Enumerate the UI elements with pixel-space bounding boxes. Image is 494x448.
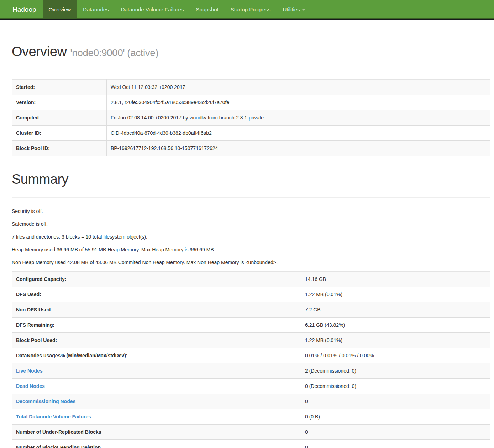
- table-row: Block Pool ID: BP-1692617712-192.168.56.…: [12, 141, 490, 156]
- info-label-compiled: Compiled:: [12, 110, 107, 126]
- summary-header: Summary: [12, 172, 490, 198]
- page-header: Overview 'node0:9000' (active): [12, 44, 490, 73]
- table-row: Non DFS Used: 7.2 GB: [12, 302, 490, 318]
- filesystem-objects-text: 7 files and directories, 3 blocks = 10 t…: [12, 233, 490, 240]
- table-row: Configured Capacity: 14.16 GB: [12, 272, 490, 287]
- info-value-cluster-id: CID-4dbcd40a-870d-4d30-b382-db0aff4f6ab2: [107, 126, 490, 141]
- nav-tab-utilities-label: Utilities: [283, 6, 300, 12]
- label-datanodes-usages: DataNodes usages% (Min/Median/Max/stdDev…: [12, 348, 301, 363]
- page-subtitle: 'node0:9000' (active): [70, 47, 158, 58]
- value-blocks-pending-deletion: 0: [301, 440, 490, 448]
- dead-nodes-link[interactable]: Dead Nodes: [16, 383, 45, 389]
- navbar-bottom-divider: [0, 19, 494, 20]
- hadoop-namenode-overview-page: Hadoop Overview Datanodes Datanode Volum…: [0, 0, 494, 448]
- value-block-pool-used: 1.22 MB (0.01%): [301, 333, 490, 348]
- table-row: Decommissioning Nodes 0: [12, 394, 490, 409]
- info-value-block-pool-id: BP-1692617712-192.168.56.10-150771617262…: [107, 141, 490, 156]
- nav-tab-utilities[interactable]: Utilities: [277, 0, 311, 18]
- nav-tab-startup-progress[interactable]: Startup Progress: [225, 0, 277, 18]
- summary-paragraphs: Security is off. Safemode is off. 7 file…: [12, 208, 490, 266]
- info-value-compiled: Fri Jun 02 08:14:00 +0200 2017 by vinodk…: [107, 110, 490, 126]
- top-navbar: Hadoop Overview Datanodes Datanode Volum…: [0, 0, 494, 19]
- nav-tab-datanode-volume-failures[interactable]: Datanode Volume Failures: [115, 0, 190, 18]
- value-configured-capacity: 14.16 GB: [301, 272, 490, 287]
- value-under-replicated-blocks: 0: [301, 425, 490, 440]
- label-dfs-remaining: DFS Remaining:: [12, 318, 301, 333]
- label-blocks-pending-deletion: Number of Blocks Pending Deletion: [12, 440, 301, 448]
- table-row: Block Pool Used: 1.22 MB (0.01%): [12, 333, 490, 348]
- label-under-replicated-blocks: Number of Under-Replicated Blocks: [12, 425, 301, 440]
- security-status-text: Security is off.: [12, 208, 490, 215]
- info-label-version: Version:: [12, 95, 107, 110]
- value-live-nodes: 2 (Decommissioned: 0): [301, 363, 490, 379]
- cluster-info-table: Started: Wed Oct 11 12:03:32 +0200 2017 …: [12, 79, 490, 156]
- navbar-items: Overview Datanodes Datanode Volume Failu…: [43, 0, 311, 18]
- table-row: Cluster ID: CID-4dbcd40a-870d-4d30-b382-…: [12, 126, 490, 141]
- nav-tab-snapshot[interactable]: Snapshot: [190, 0, 224, 18]
- table-row: Version: 2.8.1, r20fe5304904fc2f5a18053c…: [12, 95, 490, 110]
- table-row: Compiled: Fri Jun 02 08:14:00 +0200 2017…: [12, 110, 490, 126]
- value-non-dfs-used: 7.2 GB: [301, 302, 490, 318]
- non-heap-memory-text: Non Heap Memory used 42.08 MB of 43.06 M…: [12, 259, 490, 266]
- label-dfs-used: DFS Used:: [12, 287, 301, 302]
- label-block-pool-used: Block Pool Used:: [12, 333, 301, 348]
- heap-memory-text: Heap Memory used 36.96 MB of 55.91 MB He…: [12, 246, 490, 253]
- info-label-started: Started:: [12, 80, 107, 95]
- summary-title: Summary: [12, 172, 490, 187]
- table-row: DFS Remaining: 6.21 GB (43.82%): [12, 318, 490, 333]
- value-decommissioning-nodes: 0: [301, 394, 490, 409]
- info-value-started: Wed Oct 11 12:03:32 +0200 2017: [107, 80, 490, 95]
- value-datanodes-usages: 0.01% / 0.01% / 0.01% / 0.00%: [301, 348, 490, 363]
- table-row: Live Nodes 2 (Decommissioned: 0): [12, 363, 490, 379]
- value-volume-failures: 0 (0 B): [301, 409, 490, 425]
- table-row: Number of Under-Replicated Blocks 0: [12, 425, 490, 440]
- safemode-status-text: Safemode is off.: [12, 220, 490, 228]
- value-dfs-remaining: 6.21 GB (43.82%): [301, 318, 490, 333]
- brand-hadoop[interactable]: Hadoop: [0, 0, 43, 18]
- summary-table: Configured Capacity: 14.16 GB DFS Used: …: [12, 271, 490, 448]
- value-dfs-used: 1.22 MB (0.01%): [301, 287, 490, 302]
- table-row: Total Datanode Volume Failures 0 (0 B): [12, 409, 490, 425]
- nav-tab-datanodes[interactable]: Datanodes: [77, 0, 115, 18]
- info-label-block-pool-id: Block Pool ID:: [12, 141, 107, 156]
- nav-tab-overview[interactable]: Overview: [43, 0, 77, 18]
- decommissioning-nodes-link[interactable]: Decommissioning Nodes: [16, 399, 75, 404]
- table-row: Started: Wed Oct 11 12:03:32 +0200 2017: [12, 80, 490, 95]
- total-datanode-volume-failures-link[interactable]: Total Datanode Volume Failures: [16, 414, 91, 420]
- table-row: DFS Used: 1.22 MB (0.01%): [12, 287, 490, 302]
- table-row: DataNodes usages% (Min/Median/Max/stdDev…: [12, 348, 490, 363]
- label-configured-capacity: Configured Capacity:: [12, 272, 301, 287]
- main-content: Overview 'node0:9000' (active) Started: …: [12, 44, 490, 448]
- page-title: Overview: [12, 44, 67, 59]
- info-label-cluster-id: Cluster ID:: [12, 126, 107, 141]
- caret-down-icon: [302, 9, 305, 11]
- label-non-dfs-used: Non DFS Used:: [12, 302, 301, 318]
- table-row: Number of Blocks Pending Deletion 0: [12, 440, 490, 448]
- live-nodes-link[interactable]: Live Nodes: [16, 368, 43, 374]
- info-value-version: 2.8.1, r20fe5304904fc2f5a18053c389e43cd2…: [107, 95, 490, 110]
- value-dead-nodes: 0 (Decommissioned: 0): [301, 379, 490, 394]
- table-row: Dead Nodes 0 (Decommissioned: 0): [12, 379, 490, 394]
